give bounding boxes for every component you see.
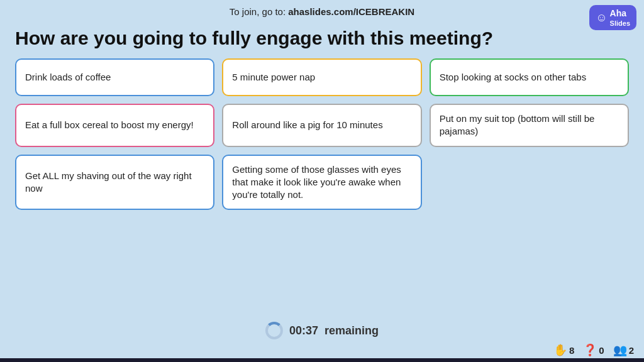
question-heading: How are you going to fully engage with t… bbox=[0, 21, 644, 58]
card-4: Roll around like a pig for 10 minutes bbox=[222, 104, 421, 147]
stat-participants-value: 2 bbox=[629, 345, 634, 356]
join-url: ahaslides.com/ICEBREAKIN bbox=[288, 6, 414, 17]
aha-brand-name: Aha bbox=[610, 8, 626, 19]
card-2: Stop looking at socks on other tabs bbox=[430, 58, 629, 96]
card-7: Getting some of those glasses with eyes … bbox=[222, 155, 421, 211]
aha-slides-label: Slides bbox=[610, 19, 630, 28]
cards-grid: Drink loads of coffee 5 minute power nap… bbox=[0, 58, 644, 210]
bottom-stats-bar: ✋ 8 ❓ 0 👥 2 bbox=[553, 343, 634, 357]
bottom-dark-bar bbox=[0, 358, 644, 362]
stat-questions-value: 0 bbox=[599, 345, 604, 356]
participants-icon: 👥 bbox=[613, 343, 627, 357]
stat-hands: ✋ 8 bbox=[553, 343, 574, 357]
timer-label: remaining bbox=[325, 324, 379, 337]
card-6: Get ALL my shaving out of the way right … bbox=[15, 155, 214, 211]
join-text: To join, go to: bbox=[230, 6, 288, 17]
card-5: Put on my suit top (bottom will still be… bbox=[430, 104, 629, 147]
aha-logo: ☺ Aha Slides bbox=[589, 5, 636, 30]
join-bar: To join, go to: ahaslides.com/ICEBREAKIN bbox=[0, 0, 644, 21]
timer-spinner bbox=[265, 322, 283, 339]
stat-participants: 👥 2 bbox=[613, 343, 634, 357]
card-0: Drink loads of coffee bbox=[15, 58, 214, 96]
timer-area: 00:37 remaining bbox=[265, 322, 379, 339]
card-1: 5 minute power nap bbox=[222, 58, 421, 96]
aha-smiley-icon: ☺ bbox=[596, 11, 607, 25]
hand-raise-icon: ✋ bbox=[553, 343, 567, 357]
card-3: Eat a full box cereal to boost my energy… bbox=[15, 104, 214, 147]
question-icon: ❓ bbox=[583, 343, 597, 357]
stat-questions: ❓ 0 bbox=[583, 343, 604, 357]
timer-value: 00:37 bbox=[289, 324, 318, 337]
stat-hands-value: 8 bbox=[569, 345, 574, 356]
